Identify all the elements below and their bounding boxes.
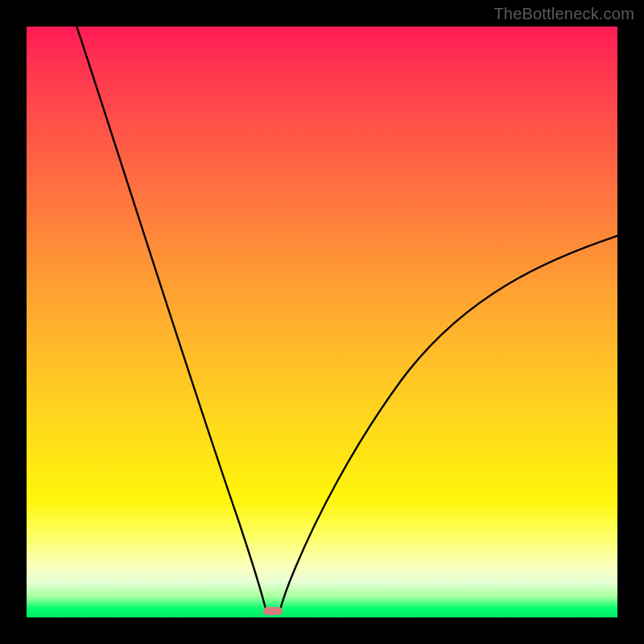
bottleneck-curve xyxy=(27,27,617,617)
plot-area xyxy=(27,27,617,617)
curve-path xyxy=(76,27,617,613)
optimum-marker xyxy=(263,607,283,615)
chart-frame: TheBottleneck.com xyxy=(0,0,644,644)
watermark-text: TheBottleneck.com xyxy=(493,5,634,23)
